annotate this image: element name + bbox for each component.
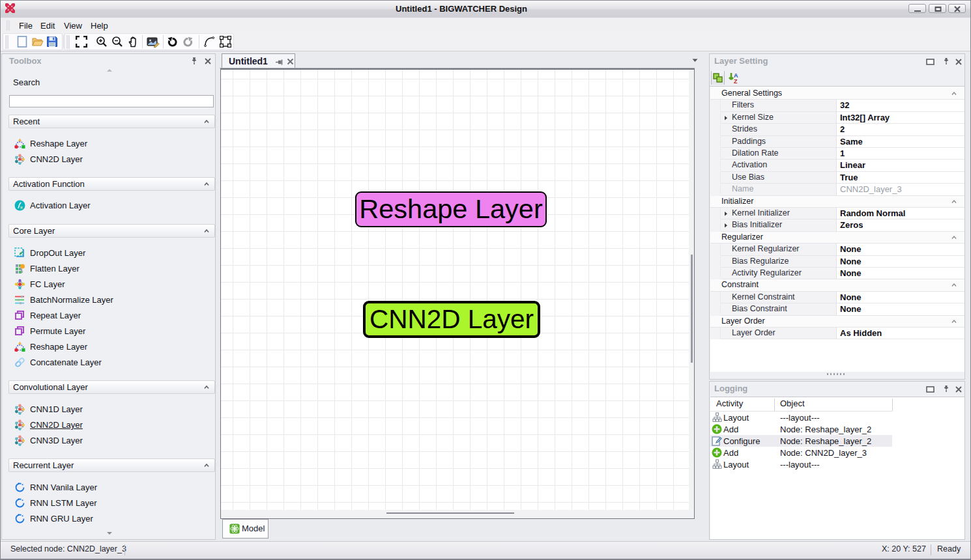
svg-text:Z: Z — [734, 78, 738, 84]
